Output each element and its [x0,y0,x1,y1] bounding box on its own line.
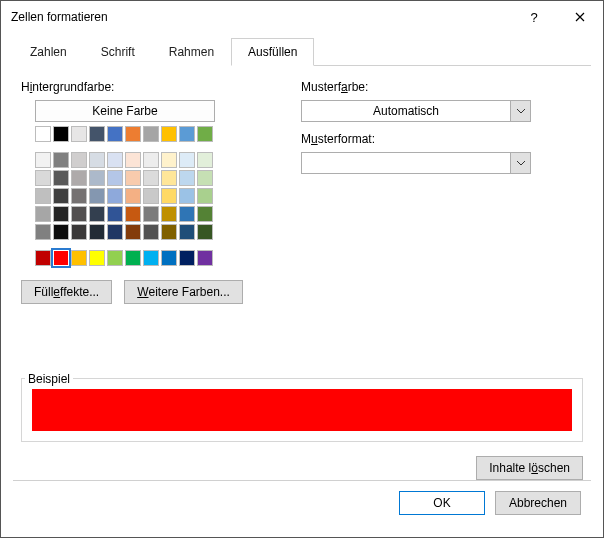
color-swatch[interactable] [35,126,51,142]
tabstrip: Zahlen Schrift Rahmen Ausfüllen [13,37,591,66]
help-button[interactable]: ? [511,1,557,33]
color-swatch[interactable] [35,152,51,168]
clear-contents-button[interactable]: Inhalte löschen [476,456,583,480]
color-swatch[interactable] [89,188,105,204]
tab-fill[interactable]: Ausfüllen [231,38,314,66]
example-label: Beispiel [25,372,73,386]
color-swatch[interactable] [125,206,141,222]
color-swatch[interactable] [107,188,123,204]
tab-number[interactable]: Zahlen [13,38,84,66]
color-swatch[interactable] [125,188,141,204]
color-swatch[interactable] [143,206,159,222]
color-swatch[interactable] [197,188,213,204]
ok-button[interactable]: OK [399,491,485,515]
fill-effects-button[interactable]: Fülleffekte... [21,280,112,304]
color-swatch[interactable] [143,250,159,266]
color-swatch[interactable] [89,206,105,222]
color-swatch[interactable] [71,206,87,222]
color-swatch[interactable] [161,188,177,204]
pattern-format-dropdown[interactable] [301,152,531,174]
color-swatch[interactable] [53,250,69,266]
color-swatch[interactable] [179,250,195,266]
tab-font[interactable]: Schrift [84,38,152,66]
example-preview [32,389,572,431]
color-swatch[interactable] [125,224,141,240]
no-color-button[interactable]: Keine Farbe [35,100,215,122]
color-swatch[interactable] [89,250,105,266]
more-colors-button[interactable]: Weitere Farben... [124,280,243,304]
pattern-color-value: Automatisch [302,104,510,118]
color-swatch[interactable] [161,126,177,142]
color-swatch[interactable] [71,224,87,240]
color-swatch[interactable] [143,126,159,142]
color-swatch[interactable] [107,206,123,222]
color-swatch[interactable] [161,206,177,222]
color-swatch[interactable] [35,188,51,204]
color-swatch[interactable] [53,188,69,204]
format-cells-dialog: Zellen formatieren ? Zahlen Schrift Rahm… [0,0,604,538]
color-swatch[interactable] [197,250,213,266]
color-swatch[interactable] [53,170,69,186]
color-swatch[interactable] [179,152,195,168]
dialog-footer: OK Abbrechen [13,480,591,525]
color-swatch[interactable] [179,206,195,222]
color-swatch[interactable] [143,224,159,240]
color-swatch[interactable] [143,188,159,204]
color-swatch[interactable] [179,170,195,186]
color-swatch[interactable] [53,152,69,168]
window-title: Zellen formatieren [11,10,511,24]
color-swatch[interactable] [161,250,177,266]
color-swatch[interactable] [161,170,177,186]
color-swatch[interactable] [179,188,195,204]
titlebar: Zellen formatieren ? [1,1,603,33]
color-swatch[interactable] [143,170,159,186]
color-swatch[interactable] [125,170,141,186]
pattern-color-dropdown[interactable]: Automatisch [301,100,531,122]
color-swatch[interactable] [53,224,69,240]
color-swatch[interactable] [197,152,213,168]
color-palette [35,126,261,266]
close-button[interactable] [557,1,603,33]
color-swatch[interactable] [35,224,51,240]
color-swatch[interactable] [179,126,195,142]
color-swatch[interactable] [71,188,87,204]
color-swatch[interactable] [71,126,87,142]
cancel-button[interactable]: Abbrechen [495,491,581,515]
color-swatch[interactable] [125,152,141,168]
pattern-color-label: Musterfarbe: [301,80,583,94]
color-swatch[interactable] [125,126,141,142]
color-swatch[interactable] [107,152,123,168]
color-swatch[interactable] [197,170,213,186]
color-swatch[interactable] [197,206,213,222]
color-swatch[interactable] [53,206,69,222]
pattern-format-label: Musterformat: [301,132,583,146]
chevron-down-icon [510,101,530,121]
tab-border[interactable]: Rahmen [152,38,231,66]
color-swatch[interactable] [143,152,159,168]
color-swatch[interactable] [53,126,69,142]
color-swatch[interactable] [35,206,51,222]
color-swatch[interactable] [35,170,51,186]
chevron-down-icon [510,153,530,173]
color-swatch[interactable] [161,224,177,240]
background-color-label: Hintergrundfarbe: [21,80,261,94]
color-swatch[interactable] [71,170,87,186]
color-swatch[interactable] [197,126,213,142]
color-swatch[interactable] [107,170,123,186]
color-swatch[interactable] [89,170,105,186]
color-swatch[interactable] [107,250,123,266]
color-swatch[interactable] [89,126,105,142]
color-swatch[interactable] [89,224,105,240]
color-swatch[interactable] [89,152,105,168]
color-swatch[interactable] [125,250,141,266]
color-swatch[interactable] [197,224,213,240]
color-swatch[interactable] [71,250,87,266]
example-box [21,378,583,442]
color-swatch[interactable] [179,224,195,240]
close-icon [575,12,585,22]
color-swatch[interactable] [161,152,177,168]
color-swatch[interactable] [107,126,123,142]
color-swatch[interactable] [107,224,123,240]
color-swatch[interactable] [71,152,87,168]
color-swatch[interactable] [35,250,51,266]
